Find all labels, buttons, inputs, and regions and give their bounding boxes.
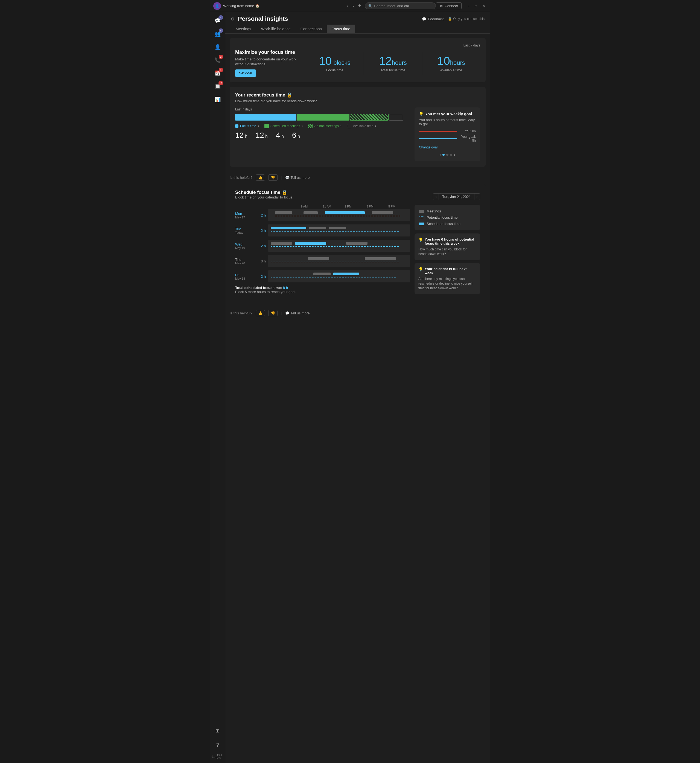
change-goal-button[interactable]: Change goal bbox=[419, 145, 438, 149]
day-date-thu: May 20 bbox=[235, 262, 257, 265]
goal-subtitle: You had 8 hours of focus time. Way to go… bbox=[419, 118, 476, 126]
insight-title-2: 💡 Your calendar is full next week bbox=[418, 267, 477, 275]
tl-dots-thu bbox=[271, 262, 398, 263]
legend-info-available: ℹ bbox=[375, 124, 376, 128]
thumbs-up-button[interactable]: 👍 bbox=[256, 175, 265, 181]
schedule-header: Schedule focus time 🔒 Block time on your… bbox=[235, 189, 480, 204]
day-hours-fri: 2 h bbox=[257, 275, 268, 279]
tl-meeting-mon-3 bbox=[372, 211, 393, 214]
legend-label-scheduled: Scheduled meetings bbox=[270, 124, 300, 128]
total-subtitle: Block 5 more hours to reach your goal. bbox=[235, 290, 296, 294]
tl-scheduled-wed bbox=[295, 242, 326, 245]
metrics-row: 12 h 12 h 4 h 6 h bbox=[235, 131, 410, 140]
carousel-prev[interactable]: ‹ bbox=[439, 153, 441, 157]
sidebar: 💬 20 👥 6 👤 📞 2 📅 1 🔲 12 📊 ⊞ bbox=[210, 12, 225, 763]
sidebar-item-calendar[interactable]: 📅 1 bbox=[212, 67, 223, 79]
bulb-icon-1: 💡 bbox=[418, 237, 423, 242]
legend-dot-scheduled-focus bbox=[419, 223, 424, 225]
forward-button[interactable]: › bbox=[351, 3, 355, 9]
connect-button[interactable]: 🖥 Connect bbox=[436, 2, 461, 9]
goal-title: 💡 You met your weekly goal bbox=[419, 112, 476, 116]
legend-dot-available bbox=[347, 124, 352, 128]
total-scheduled: Total scheduled focus time: 8 h Block 5 … bbox=[235, 286, 410, 294]
sidebar-item-insights[interactable]: 📊 bbox=[212, 94, 223, 106]
day-name-tue: Tue bbox=[235, 227, 257, 231]
phone-settings-icon: 📞 bbox=[211, 755, 215, 758]
sidebar-item-contacts[interactable]: 👤 bbox=[212, 41, 223, 53]
legend-scheduled: Scheduled meetings ℹ bbox=[264, 124, 303, 128]
tab-worklife[interactable]: Work-life balance bbox=[256, 25, 295, 33]
gear-icon[interactable]: ⚙ bbox=[231, 16, 234, 22]
timeline-inner-fri bbox=[268, 273, 410, 280]
time-5pm: 5 PM bbox=[388, 205, 410, 208]
date-next-button[interactable]: › bbox=[474, 193, 480, 200]
legend-adhoc: Ad hoc meetings ℹ bbox=[308, 124, 341, 128]
divider-2: | bbox=[281, 311, 282, 315]
tab-connections[interactable]: Connections bbox=[295, 25, 327, 33]
stats-row: Maximize your focus time Make time to co… bbox=[235, 50, 480, 77]
goal-bar-you: You: 8h bbox=[419, 129, 476, 133]
metric-focus: 12 h bbox=[235, 131, 247, 140]
goal-card: 💡 You met your weekly goal You had 8 hou… bbox=[414, 108, 480, 161]
insights-icon: 📊 bbox=[215, 97, 221, 103]
sidebar-item-chat[interactable]: 💬 20 bbox=[212, 15, 223, 27]
close-button[interactable]: ✕ bbox=[481, 3, 487, 8]
schedule-right: Meetings Potential focus time Scheduled … bbox=[414, 205, 480, 297]
goal-bar-you-label: You: 8h bbox=[459, 129, 476, 133]
goal-bar-you-bg bbox=[419, 131, 457, 132]
timeline-wed bbox=[268, 240, 410, 252]
goal-bar-you-fill bbox=[419, 131, 457, 132]
set-goal-button[interactable]: Set goal bbox=[235, 69, 256, 77]
tell-more-button-2[interactable]: 💬 Tell us more bbox=[285, 311, 310, 315]
minimize-button[interactable]: − bbox=[466, 3, 471, 8]
date-prev-button[interactable]: ‹ bbox=[433, 193, 439, 200]
nav-controls: ‹ › + bbox=[345, 3, 362, 9]
metric-avail-val: 6 bbox=[292, 131, 297, 139]
back-button[interactable]: ‹ bbox=[345, 3, 350, 9]
thumbs-down-button[interactable]: 👎 bbox=[268, 175, 278, 181]
window-controls: − □ ✕ bbox=[466, 3, 487, 8]
recent-focus-card: Your recent focus time 🔒 How much time d… bbox=[230, 87, 486, 167]
tl-meeting-fri-1 bbox=[313, 273, 330, 275]
thumbs-up-button-2[interactable]: 👍 bbox=[256, 310, 265, 316]
schedule-title-group: Schedule focus time 🔒 Block time on your… bbox=[235, 189, 294, 204]
chart-period: Last 7 days bbox=[235, 108, 410, 111]
feedback-button[interactable]: 💬 Feedback bbox=[422, 17, 444, 21]
time-3pm: 3 PM bbox=[366, 205, 388, 208]
recent-focus-title: Your recent focus time 🔒 bbox=[235, 92, 480, 98]
chart-container: Last 7 days Focus time ℹ bbox=[235, 108, 480, 161]
thumbs-down-button-2[interactable]: 👎 bbox=[268, 310, 278, 316]
tab-focustime[interactable]: Focus time bbox=[327, 25, 355, 33]
sidebar-item-help[interactable]: ? bbox=[212, 739, 223, 751]
schedule-left: 9 AM 11 AM 1 PM 3 PM 5 PM Mon May 17 2 h bbox=[235, 205, 410, 297]
search-placeholder: Search, meet, and call bbox=[374, 4, 409, 8]
total-label: Total scheduled focus time: bbox=[235, 286, 282, 290]
maximize-button[interactable]: □ bbox=[473, 3, 478, 8]
page-title: Personal insights bbox=[238, 15, 288, 22]
sidebar-item-apps[interactable]: 🔲 12 bbox=[212, 80, 223, 92]
metric-adhoc-val: 4 bbox=[276, 131, 280, 139]
legend-available: Available time ℹ bbox=[347, 124, 376, 128]
day-name-fri: Fri bbox=[235, 273, 257, 277]
call-settings[interactable]: 📞 Call Setti... bbox=[210, 753, 225, 761]
date-nav: ‹ Tue, Jan 21, 2021 › bbox=[433, 193, 480, 200]
sidebar-item-grid[interactable]: ⊞ bbox=[212, 725, 223, 737]
schedule-grid: 9 AM 11 AM 1 PM 3 PM 5 PM Mon May 17 2 h bbox=[235, 205, 480, 297]
last-7-days-label: Last 7 days bbox=[235, 44, 480, 47]
stat-avail-unit: hours bbox=[450, 59, 465, 66]
tell-more-button[interactable]: 💬 Tell us more bbox=[285, 176, 310, 179]
legend-meetings-label: Meetings bbox=[427, 209, 441, 213]
add-tab-button[interactable]: + bbox=[356, 3, 363, 9]
timeline-inner-tue bbox=[268, 227, 410, 234]
focus-intro-title: Maximize your focus time bbox=[235, 50, 306, 55]
tab-meetings[interactable]: Meetings bbox=[231, 25, 256, 33]
timeline-inner-thu bbox=[268, 257, 410, 265]
search-bar[interactable]: 🔍 Search, meet, and call bbox=[365, 2, 436, 9]
carousel-next[interactable]: › bbox=[454, 153, 455, 157]
sidebar-item-calls[interactable]: 📞 2 bbox=[212, 54, 223, 66]
timeline-thu bbox=[268, 255, 410, 267]
metric-available: 6 h bbox=[292, 131, 300, 140]
sidebar-item-teams[interactable]: 👥 6 bbox=[212, 28, 223, 40]
tl-dots-mon bbox=[275, 216, 400, 217]
legend-focus: Focus time ℹ bbox=[235, 124, 259, 128]
